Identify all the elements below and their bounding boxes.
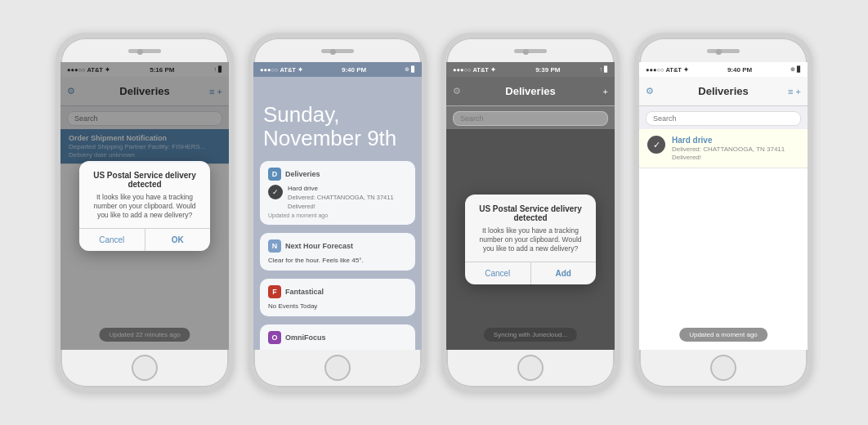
speaker-4 bbox=[707, 49, 740, 53]
phone-4: ●●●○○ AT&T ✦ 9:40 PM ⊕ ▊ ⚙ Deliveries ≡ … bbox=[634, 33, 812, 392]
camera-1 bbox=[137, 49, 143, 55]
dialog-body-3: It looks like you have a tracking number… bbox=[477, 226, 584, 253]
notif-card-forecast: N Next Hour Forecast Clear for the hour.… bbox=[260, 233, 415, 271]
nav-right-4[interactable]: ≡ + bbox=[788, 87, 801, 96]
search-bar-4 bbox=[639, 106, 808, 129]
camera-2 bbox=[330, 49, 336, 55]
delivery-info: Hard drive Delivered: CHATTANOOGA, TN 37… bbox=[288, 185, 394, 210]
search-input-3[interactable] bbox=[453, 111, 608, 126]
screen-4: ●●●○○ AT&T ✦ 9:40 PM ⊕ ▊ ⚙ Deliveries ≡ … bbox=[639, 62, 808, 350]
check-circle-4: ✓ bbox=[647, 136, 665, 154]
nav-bar-3: ⚙ Deliveries + bbox=[446, 77, 615, 106]
nav-title-3: Deliveries bbox=[505, 85, 555, 97]
omnifocus-app-icon: O bbox=[268, 331, 281, 344]
dialog-body-1: It looks like you have a tracking number… bbox=[91, 193, 199, 220]
time-4: 9:40 PM bbox=[727, 66, 752, 74]
dialog-buttons-1: Cancel OK bbox=[79, 228, 210, 251]
speaker-1 bbox=[128, 49, 161, 53]
dialog-1: US Postal Service delivery detected It l… bbox=[79, 161, 210, 251]
notif-card-header-fantastical: F Fantastical bbox=[268, 285, 407, 298]
deliveries-app-name: Deliveries bbox=[285, 170, 320, 178]
forecast-app-name: Next Hour Forecast bbox=[285, 242, 353, 250]
time-3: 9:39 PM bbox=[535, 66, 560, 74]
hard-drive-title: Hard drive bbox=[288, 185, 394, 192]
status-bar-2: ●●●○○ AT&T ✦ 9:40 PM ⊕ ▊ bbox=[253, 62, 422, 77]
search-input-4[interactable] bbox=[646, 111, 801, 126]
dialog-add-3[interactable]: Add bbox=[530, 262, 597, 284]
home-button-2[interactable] bbox=[324, 355, 351, 381]
hard-drive-subtitle: Delivered: CHATTANOOGA, TN 37411 bbox=[288, 194, 394, 201]
screen-3: ●●●○○ AT&T ✦ 9:39 PM ↑ ▊ ⚙ Deliveries + … bbox=[446, 62, 615, 350]
delivery-time: Updated a moment ago bbox=[268, 212, 407, 218]
camera-3 bbox=[523, 49, 529, 55]
notif-card-header-forecast: N Next Hour Forecast bbox=[268, 239, 407, 253]
notif-card-omnifocus: O OmniFocus No Items bbox=[260, 324, 415, 350]
status-bar-3: ●●●○○ AT&T ✦ 9:39 PM ↑ ▊ bbox=[446, 62, 615, 77]
delivery-checkmark: ✓ bbox=[268, 185, 283, 199]
forecast-content: Clear for the hour. Feels like 45°. bbox=[268, 257, 407, 264]
dialog-title-3: US Postal Service delivery detected bbox=[477, 204, 584, 222]
carrier-2: ●●●○○ AT&T ✦ bbox=[260, 66, 303, 74]
speaker-3 bbox=[514, 49, 547, 53]
notif-date: Sunday, November 9th bbox=[253, 90, 422, 158]
nav-right-3[interactable]: + bbox=[603, 87, 608, 96]
phone-2: ●●●○○ AT&T ✦ 9:40 PM ⊕ ▊ Today Notificat… bbox=[248, 33, 427, 392]
notif-card-header-omnifocus: O OmniFocus bbox=[268, 331, 407, 344]
status-icons-2: ⊕ ▊ bbox=[405, 66, 415, 73]
fantastical-content: No Events Today bbox=[268, 302, 407, 310]
omnifocus-app-name: OmniFocus bbox=[285, 333, 326, 342]
dialog-title-1: US Postal Service delivery detected bbox=[91, 171, 199, 189]
item-title-4: Hard drive bbox=[672, 136, 785, 145]
dialog-overlay-1: US Postal Service delivery detected It l… bbox=[60, 62, 229, 350]
fantastical-app-name: Fantastical bbox=[285, 288, 324, 296]
nav-left-4[interactable]: ⚙ bbox=[646, 86, 654, 96]
dialog-overlay-3: US Postal Service delivery detected It l… bbox=[446, 129, 615, 350]
phone-3: ●●●○○ AT&T ✦ 9:39 PM ↑ ▊ ⚙ Deliveries + … bbox=[441, 33, 620, 392]
notif-card-deliveries: D Deliveries ✓ Hard drive Delivered: CHA… bbox=[260, 161, 415, 225]
nav-title-4: Deliveries bbox=[698, 85, 748, 97]
search-bar-3 bbox=[446, 106, 615, 129]
time-2: 9:40 PM bbox=[342, 66, 366, 74]
dialog-cancel-1[interactable]: Cancel bbox=[79, 229, 145, 251]
dialog-ok-1[interactable]: OK bbox=[145, 229, 211, 251]
dialog-buttons-3: Cancel Add bbox=[465, 262, 596, 284]
notif-card-header-deliveries: D Deliveries bbox=[268, 168, 407, 181]
list-item-4[interactable]: ✓ Hard drive Delivered: CHATTANOOGA, TN … bbox=[639, 129, 808, 168]
screen-1: ●●●○○ AT&T ✦ 5:16 PM ↑ ▊ ⚙ Deliveries ≡ … bbox=[60, 62, 229, 350]
forecast-app-icon: N bbox=[268, 239, 281, 253]
nav-bar-4: ⚙ Deliveries ≡ + bbox=[639, 77, 808, 106]
dialog-cancel-3[interactable]: Cancel bbox=[465, 262, 530, 284]
status-icons-4: ⊕ ▊ bbox=[790, 66, 801, 73]
speaker-2 bbox=[321, 49, 354, 53]
carrier-4: ●●●○○ AT&T ✦ bbox=[646, 66, 689, 74]
status-icons-3: ↑ ▊ bbox=[600, 66, 608, 73]
carrier-3: ●●●○○ AT&T ✦ bbox=[453, 66, 496, 74]
nav-left-3[interactable]: ⚙ bbox=[453, 86, 461, 96]
home-button-1[interactable] bbox=[132, 355, 158, 381]
home-button-4[interactable] bbox=[710, 355, 736, 381]
dialog-content-1: US Postal Service delivery detected It l… bbox=[79, 161, 210, 228]
item-sub1-4: Delivered: CHATTANOOGA, TN 37411 bbox=[672, 145, 785, 153]
dialog-3: US Postal Service delivery detected It l… bbox=[465, 195, 596, 284]
notif-card-fantastical: F Fantastical No Events Today bbox=[260, 279, 415, 316]
fantastical-app-icon: F bbox=[268, 285, 281, 298]
phones-container: ●●●○○ AT&T ✦ 5:16 PM ↑ ▊ ⚙ Deliveries ≡ … bbox=[39, 16, 829, 409]
content-area-3: You do not have any deliveries US Postal… bbox=[446, 129, 615, 350]
hard-drive-detail: Delivered! bbox=[288, 203, 394, 210]
phone-1: ●●●○○ AT&T ✦ 5:16 PM ↑ ▊ ⚙ Deliveries ≡ … bbox=[56, 33, 234, 392]
list-item-content-4: Hard drive Delivered: CHATTANOOGA, TN 37… bbox=[672, 136, 785, 161]
item-sub2-4: Delivered! bbox=[672, 154, 785, 161]
camera-4 bbox=[716, 49, 722, 55]
deliveries-app-icon: D bbox=[268, 168, 281, 181]
bottom-status-4: Updated a moment ago bbox=[679, 328, 767, 342]
home-button-3[interactable] bbox=[517, 355, 544, 381]
dialog-content-3: US Postal Service delivery detected It l… bbox=[465, 195, 596, 262]
omnifocus-content: No Items bbox=[268, 348, 407, 350]
screen-2: ●●●○○ AT&T ✦ 9:40 PM ⊕ ▊ Today Notificat… bbox=[253, 62, 422, 350]
status-bar-4: ●●●○○ AT&T ✦ 9:40 PM ⊕ ▊ bbox=[639, 62, 808, 77]
